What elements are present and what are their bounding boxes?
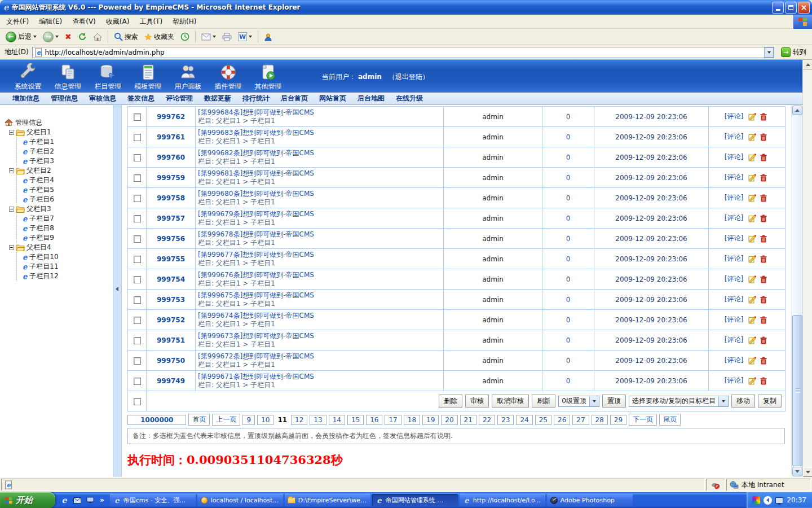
subnav-item[interactable]: 数据更新 [198,94,237,103]
home-button[interactable] [91,32,104,42]
comment-link[interactable]: [评论] [725,275,743,283]
tree-root-item[interactable]: 管理信息 [5,117,113,128]
page-number-button[interactable]: 21 [460,415,476,425]
quicklaunch-desktop-icon[interactable] [86,496,95,505]
cancel-audit-button[interactable]: 取消审核 [492,395,529,408]
taskbar-button[interactable]: e帝国cms - 安全、强... [110,494,196,506]
comment-link[interactable]: [评论] [725,194,743,202]
taskbar-button[interactable]: localhost / localhost / ... [197,494,283,506]
address-dropdown-button[interactable] [764,47,774,58]
trash-icon[interactable] [760,174,767,182]
frame-scroll-up-icon[interactable] [792,106,802,115]
stop-button[interactable]: ✖ [63,31,74,42]
top-nav-lifebuoy[interactable]: 插件管理 [208,62,248,91]
page-number-button[interactable]: 24 [516,415,532,425]
taskbar-button[interactable]: Adobe Photoshop [547,494,633,506]
copy-button[interactable]: 复制 [758,395,782,408]
row-title-link[interactable]: [第999684条]想到即可做到-帝国CMS [198,108,441,117]
target-column-select[interactable]: 选择要移动/复制的目标栏目 [629,396,729,407]
quicklaunch-mail-icon[interactable] [73,496,82,505]
tree-child-item[interactable]: e子栏目2 [23,147,113,156]
menu-item[interactable]: 工具(T) [134,17,167,25]
quicklaunch-overflow-icon[interactable]: » [99,496,105,504]
page-number-button[interactable]: 18 [404,415,420,425]
row-title-link[interactable]: [第999673条]想到即可做到-帝国CMS [198,332,441,340]
ime-tray-icon[interactable] [752,496,760,504]
page-number-button[interactable]: 12 [291,415,307,425]
subnav-item[interactable]: 后台首页 [275,94,314,103]
trash-icon[interactable] [760,255,767,263]
trash-icon[interactable] [760,113,767,121]
hide-tray-icons-button[interactable] [764,496,772,505]
edit-icon[interactable] [748,154,756,161]
row-checkbox[interactable] [134,256,141,263]
mail-dropdown-icon[interactable] [213,36,216,38]
comment-link[interactable]: [评论] [725,356,743,364]
trash-icon[interactable] [760,336,767,344]
collapse-node-icon[interactable] [9,207,14,212]
menu-item[interactable]: 收藏(A) [101,17,135,25]
tree-child-item[interactable]: e子栏目3 [23,156,113,166]
tree-child-item[interactable]: e子栏目12 [23,271,113,281]
frame-scroll-down-icon[interactable] [792,467,802,476]
address-input[interactable]: e http://localhost/e/admin/admin.php [32,47,774,58]
edit-word-button[interactable]: W [236,31,254,42]
tree-child-item[interactable]: e子栏目4 [23,176,113,185]
row-title-link[interactable]: [第999675条]想到即可做到-帝国CMS [198,291,441,300]
trash-icon[interactable] [760,133,767,141]
row-checkbox[interactable] [134,174,141,182]
page-number-button[interactable]: 25 [535,415,551,425]
next-page-button[interactable]: 下一页 [629,414,657,426]
collapse-node-icon[interactable] [9,168,14,173]
top-nav-database[interactable]: 栏目管理 [88,62,128,91]
logout-link[interactable]: （退出登陆） [389,73,429,81]
go-button[interactable]: → 转到 [778,47,810,57]
page-number-button[interactable]: 27 [572,415,589,425]
row-title-link[interactable]: [第999680条]想到即可做到-帝国CMS [198,190,441,198]
subnav-item[interactable]: 签发信息 [122,94,160,103]
row-checkbox[interactable] [134,113,141,121]
menu-item[interactable]: 查看(V) [67,17,101,25]
subnav-item[interactable]: 管理信息 [45,94,83,103]
row-title-link[interactable]: [第999671条]想到即可做到-帝国CMS [198,373,441,381]
browser-scroll-down-icon[interactable] [803,467,812,477]
set-top-button[interactable]: 置顶 [602,395,626,408]
forward-button[interactable]: → [41,30,61,43]
start-button[interactable]: 开始 [0,492,55,508]
comment-link[interactable]: [评论] [725,214,743,222]
subnav-item[interactable]: 在线升级 [390,94,429,103]
row-title-link[interactable]: [第999676条]想到即可做到-帝国CMS [198,271,441,279]
tree-parent-item[interactable]: 父栏目4 [9,243,113,252]
minimize-button[interactable] [772,2,784,14]
row-checkbox[interactable] [134,276,141,283]
subnav-item[interactable]: 网站首页 [314,94,352,103]
edit-dropdown-icon[interactable] [249,36,252,38]
collapse-node-icon[interactable] [9,130,14,135]
page-number-button[interactable]: 23 [497,415,514,425]
trash-icon[interactable] [760,235,767,243]
row-title-link[interactable]: [第999677条]想到即可做到-帝国CMS [198,251,441,259]
trash-icon[interactable] [760,214,767,222]
edit-icon[interactable] [748,133,756,141]
menu-item[interactable]: 文件(F) [1,17,34,25]
collapse-node-icon[interactable] [9,245,14,250]
tree-child-item[interactable]: e子栏目11 [23,262,113,271]
page-number-button[interactable]: 15 [347,415,364,425]
subnav-item[interactable]: 增加信息 [7,94,45,103]
row-checkbox[interactable] [134,357,141,365]
taskbar-button[interactable]: D:\EmpireServer\web... [285,494,370,506]
edit-icon[interactable] [748,336,756,344]
frame-scroll-thumb[interactable] [792,315,802,466]
subnav-item[interactable]: 后台地图 [352,94,390,103]
tree-child-item[interactable]: e子栏目10 [23,252,113,262]
row-title-link[interactable]: [第999682条]想到即可做到-帝国CMS [198,149,441,157]
page-number-button[interactable]: 20 [441,415,457,425]
select-all-checkbox[interactable] [134,398,141,405]
comment-link[interactable]: [评论] [725,133,743,141]
edit-icon[interactable] [748,377,756,385]
first-page-button[interactable]: 首页 [188,414,210,426]
taskbar-button[interactable]: e帝国网站管理系统 ... [372,494,458,506]
subnav-item[interactable]: 排行统计 [237,94,275,103]
move-button[interactable]: 移动 [731,395,755,408]
frame-scrollbar[interactable] [791,105,802,477]
